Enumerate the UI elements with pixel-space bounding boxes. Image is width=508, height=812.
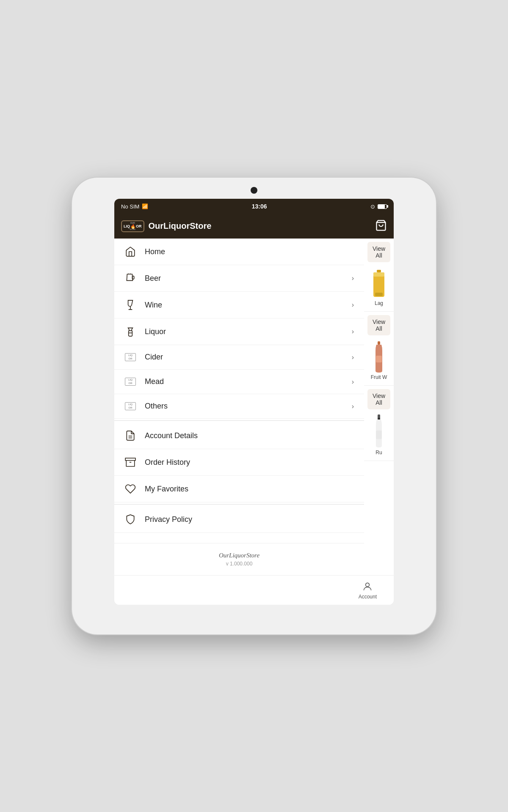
app-logo-badge: OUR LIQ 🔥 OR STORE (121, 220, 144, 233)
svg-rect-15 (378, 418, 380, 420)
mead-chevron-icon: › (352, 378, 354, 386)
nav-item-account[interactable]: Account (350, 581, 385, 600)
logo-store: STORE (130, 229, 135, 230)
menu-item-mead[interactable]: LIQOR Mead › (114, 370, 364, 394)
section-others: View All Ru (364, 386, 394, 461)
lock-icon: ⊙ (370, 203, 375, 210)
menu-item-liquor[interactable]: Liquor › (114, 318, 364, 345)
view-all-wine[interactable]: View All (367, 315, 390, 335)
menu-item-others[interactable]: LIQOR Others › (114, 394, 364, 419)
svg-point-17 (366, 583, 370, 587)
menu-item-wine[interactable]: Wine › (114, 292, 364, 318)
others-logo-icon: LIQOR (124, 402, 136, 410)
svg-rect-1 (132, 276, 134, 280)
menu-item-order-history[interactable]: Order History (114, 449, 364, 476)
battery-fill (378, 205, 385, 208)
menu-label-mead: Mead (145, 377, 343, 386)
footer-logo-text: OurLiquorStore (123, 552, 356, 559)
menu-footer: OurLiquorStore v 1.000.000 (114, 543, 364, 575)
view-all-beer[interactable]: View All (367, 242, 390, 262)
menu-item-beer[interactable]: Beer › (114, 265, 364, 292)
menu-label-cider: Cider (145, 353, 343, 362)
product-name-fruit-wine: Fruit W (371, 374, 387, 380)
content-area: Home Beer › (114, 239, 394, 575)
menu-label-privacy-policy: Privacy Policy (145, 515, 354, 524)
status-time: 13:06 (252, 203, 267, 210)
menu-divider-1 (114, 420, 364, 421)
front-camera (251, 187, 257, 194)
status-left: No SIM 📶 (121, 203, 148, 210)
account-details-icon (124, 430, 136, 441)
privacy-policy-icon (124, 514, 136, 525)
wifi-icon: 📶 (142, 203, 148, 209)
menu-item-home[interactable]: Home (114, 239, 364, 265)
beer-chevron-icon: › (352, 274, 354, 282)
account-nav-icon (362, 581, 373, 592)
app-header: OUR LIQ 🔥 OR STORE OurLiquorStore (114, 214, 394, 239)
menu-label-others: Others (145, 402, 343, 411)
menu-label-order-history: Order History (145, 458, 354, 467)
carrier-text: No SIM (121, 203, 139, 210)
partial-content: View All Lag Vie (364, 239, 394, 575)
menu-label-account-details: Account Details (145, 431, 354, 440)
section-wine: View All Fruit W (364, 312, 394, 386)
menu-label-home: Home (145, 247, 354, 256)
footer-version: v 1.000.000 (123, 561, 356, 567)
order-history-icon (124, 457, 136, 468)
cider-logo-icon: LIQOR (124, 353, 136, 361)
cart-button[interactable] (375, 219, 387, 233)
battery-icon (378, 204, 387, 209)
status-right: ⊙ (370, 203, 387, 210)
product-name-rum: Ru (375, 450, 382, 455)
device-frame: No SIM 📶 13:06 ⊙ OUR LIQ 🔥 OR (72, 178, 436, 634)
svg-rect-13 (376, 356, 382, 362)
bottle-svg-lager (373, 266, 385, 300)
svg-rect-8 (377, 270, 381, 272)
favorites-icon (124, 483, 136, 494)
product-name-lager: Lag (375, 300, 383, 306)
product-card-lager: Lag (367, 265, 390, 308)
menu-item-cider[interactable]: LIQOR Cider › (114, 345, 364, 370)
right-panel: View All Lag Vie (364, 239, 394, 575)
cider-chevron-icon: › (352, 354, 354, 361)
cart-icon (375, 219, 387, 231)
wine-icon (124, 299, 136, 310)
logo-area: OUR LIQ 🔥 OR STORE OurLiquorStore (121, 220, 211, 233)
product-card-fruit-wine: Fruit W (367, 338, 390, 382)
section-beer: View All Lag (364, 239, 394, 312)
svg-rect-2 (129, 331, 133, 336)
menu-item-privacy-policy[interactable]: Privacy Policy (114, 506, 364, 533)
product-card-rum: Ru (367, 412, 390, 457)
others-chevron-icon: › (352, 403, 354, 410)
logo-or: OR (136, 225, 142, 229)
status-bar: No SIM 📶 13:06 ⊙ (114, 199, 394, 214)
menu-label-wine: Wine (145, 301, 343, 310)
logo-liq: LIQ (124, 225, 130, 229)
mead-logo-icon: LIQOR (124, 378, 136, 385)
bottom-nav: Account (114, 575, 394, 605)
bottle-svg-rum (374, 414, 384, 450)
svg-rect-12 (378, 341, 380, 345)
menu-item-account-details[interactable]: Account Details (114, 422, 364, 449)
svg-rect-11 (375, 293, 383, 296)
svg-rect-16 (376, 431, 382, 439)
side-menu: Home Beer › (114, 239, 364, 575)
app-title: OurLiquorStore (149, 221, 212, 231)
menu-label-my-favorites: My Favorites (145, 485, 354, 494)
screen: No SIM 📶 13:06 ⊙ OUR LIQ 🔥 OR (114, 199, 394, 605)
wine-chevron-icon: › (352, 301, 354, 309)
liquor-icon (124, 326, 136, 337)
liquor-chevron-icon: › (352, 328, 354, 335)
home-icon (124, 246, 136, 257)
nav-label-account: Account (359, 594, 377, 600)
bottle-svg-wine (373, 340, 385, 374)
menu-item-my-favorites[interactable]: My Favorites (114, 476, 364, 502)
view-all-others[interactable]: View All (367, 389, 390, 409)
svg-rect-10 (373, 272, 384, 277)
svg-rect-6 (125, 458, 135, 460)
menu-label-beer: Beer (145, 274, 343, 283)
beer-icon (124, 273, 136, 284)
menu-divider-2 (114, 504, 364, 505)
menu-label-liquor: Liquor (145, 327, 343, 336)
